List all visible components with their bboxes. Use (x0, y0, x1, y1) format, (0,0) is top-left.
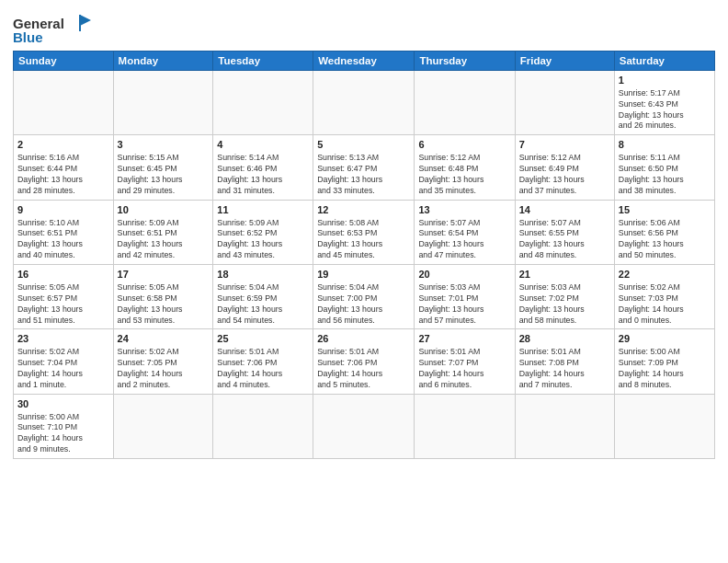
day-number: 27 (418, 332, 510, 346)
day-number: 17 (118, 268, 210, 282)
calendar-cell: 6Sunrise: 5:12 AM Sunset: 6:48 PM Daylig… (415, 135, 515, 200)
calendar-cell: 15Sunrise: 5:06 AM Sunset: 6:56 PM Dayli… (614, 200, 714, 264)
day-info: Sunrise: 5:05 AM Sunset: 6:58 PM Dayligh… (118, 282, 210, 327)
day-info: Sunrise: 5:07 AM Sunset: 6:55 PM Dayligh… (519, 218, 610, 262)
day-number: 14 (519, 203, 610, 217)
day-info: Sunrise: 5:01 AM Sunset: 7:07 PM Dayligh… (418, 347, 510, 391)
day-number: 12 (317, 203, 410, 217)
day-info: Sunrise: 5:04 AM Sunset: 7:00 PM Dayligh… (317, 282, 410, 327)
day-number: 19 (317, 268, 410, 282)
day-number: 22 (619, 268, 711, 282)
calendar-cell: 27Sunrise: 5:01 AM Sunset: 7:07 PM Dayli… (415, 329, 515, 394)
calendar-cell: 3Sunrise: 5:15 AM Sunset: 6:45 PM Daylig… (113, 135, 213, 200)
calendar-cell (515, 394, 614, 458)
calendar-cell (515, 71, 614, 135)
day-info: Sunrise: 5:03 AM Sunset: 7:01 PM Dayligh… (418, 282, 510, 327)
calendar-cell: 2Sunrise: 5:16 AM Sunset: 6:44 PM Daylig… (14, 135, 114, 200)
day-info: Sunrise: 5:04 AM Sunset: 6:59 PM Dayligh… (217, 282, 309, 327)
calendar-cell (313, 71, 415, 135)
calendar-cell (415, 71, 515, 135)
day-number: 20 (418, 268, 510, 282)
day-info: Sunrise: 5:12 AM Sunset: 6:48 PM Dayligh… (418, 153, 510, 197)
calendar-cell: 25Sunrise: 5:01 AM Sunset: 7:06 PM Dayli… (213, 329, 313, 394)
day-info: Sunrise: 5:01 AM Sunset: 7:08 PM Dayligh… (519, 347, 610, 391)
day-number: 8 (619, 138, 711, 152)
calendar-cell: 21Sunrise: 5:03 AM Sunset: 7:02 PM Dayli… (515, 265, 614, 329)
day-info: Sunrise: 5:01 AM Sunset: 7:06 PM Dayligh… (317, 347, 410, 391)
logo: General Blue (13, 13, 93, 45)
calendar-cell: 22Sunrise: 5:02 AM Sunset: 7:03 PM Dayli… (614, 265, 714, 329)
day-number: 2 (17, 138, 109, 152)
day-info: Sunrise: 5:16 AM Sunset: 6:44 PM Dayligh… (17, 153, 109, 197)
day-info: Sunrise: 5:14 AM Sunset: 6:46 PM Dayligh… (217, 153, 309, 197)
calendar-cell (113, 394, 213, 458)
calendar-cell: 12Sunrise: 5:08 AM Sunset: 6:53 PM Dayli… (313, 200, 415, 264)
day-number: 23 (17, 332, 109, 346)
day-info: Sunrise: 5:03 AM Sunset: 7:02 PM Dayligh… (519, 282, 610, 327)
day-number: 18 (217, 268, 309, 282)
weekday-header-saturday: Saturday (614, 52, 714, 71)
day-info: Sunrise: 5:09 AM Sunset: 6:51 PM Dayligh… (118, 218, 210, 262)
calendar-cell (213, 394, 313, 458)
day-number: 6 (418, 138, 510, 152)
day-info: Sunrise: 5:15 AM Sunset: 6:45 PM Dayligh… (118, 153, 210, 197)
day-number: 28 (519, 332, 610, 346)
svg-marker-0 (80, 15, 91, 26)
week-row-1: 2Sunrise: 5:16 AM Sunset: 6:44 PM Daylig… (14, 135, 715, 200)
day-number: 15 (619, 203, 711, 217)
day-info: Sunrise: 5:00 AM Sunset: 7:10 PM Dayligh… (17, 412, 109, 456)
calendar-cell: 16Sunrise: 5:05 AM Sunset: 6:57 PM Dayli… (14, 265, 114, 329)
calendar-cell: 7Sunrise: 5:12 AM Sunset: 6:49 PM Daylig… (515, 135, 614, 200)
logo-icon (67, 13, 93, 33)
calendar-cell: 19Sunrise: 5:04 AM Sunset: 7:00 PM Dayli… (313, 265, 415, 329)
calendar-cell (614, 394, 714, 458)
calendar-cell: 1Sunrise: 5:17 AM Sunset: 6:43 PM Daylig… (614, 71, 714, 135)
weekday-header-sunday: Sunday (14, 52, 114, 71)
header: General Blue (13, 9, 715, 45)
day-number: 29 (619, 332, 711, 346)
day-number: 4 (217, 138, 309, 152)
day-number: 11 (217, 203, 309, 217)
day-info: Sunrise: 5:07 AM Sunset: 6:54 PM Dayligh… (418, 218, 510, 262)
day-number: 25 (217, 332, 309, 346)
calendar-cell: 14Sunrise: 5:07 AM Sunset: 6:55 PM Dayli… (515, 200, 614, 264)
day-info: Sunrise: 5:08 AM Sunset: 6:53 PM Dayligh… (317, 218, 410, 262)
weekday-header-row: SundayMondayTuesdayWednesdayThursdayFrid… (14, 52, 715, 71)
day-number: 13 (418, 203, 510, 217)
day-info: Sunrise: 5:06 AM Sunset: 6:56 PM Dayligh… (619, 218, 711, 262)
calendar-cell: 29Sunrise: 5:00 AM Sunset: 7:09 PM Dayli… (614, 329, 714, 394)
calendar-cell: 24Sunrise: 5:02 AM Sunset: 7:05 PM Dayli… (113, 329, 213, 394)
day-number: 30 (17, 397, 109, 411)
calendar-cell: 13Sunrise: 5:07 AM Sunset: 6:54 PM Dayli… (415, 200, 515, 264)
calendar-cell: 28Sunrise: 5:01 AM Sunset: 7:08 PM Dayli… (515, 329, 614, 394)
calendar-cell (14, 71, 114, 135)
day-info: Sunrise: 5:01 AM Sunset: 7:06 PM Dayligh… (217, 347, 309, 391)
weekday-header-monday: Monday (113, 52, 213, 71)
calendar-cell: 10Sunrise: 5:09 AM Sunset: 6:51 PM Dayli… (113, 200, 213, 264)
day-info: Sunrise: 5:02 AM Sunset: 7:04 PM Dayligh… (17, 347, 109, 391)
week-row-5: 30Sunrise: 5:00 AM Sunset: 7:10 PM Dayli… (14, 394, 715, 458)
calendar-cell: 9Sunrise: 5:10 AM Sunset: 6:51 PM Daylig… (14, 200, 114, 264)
day-info: Sunrise: 5:09 AM Sunset: 6:52 PM Dayligh… (217, 218, 309, 262)
day-info: Sunrise: 5:17 AM Sunset: 6:43 PM Dayligh… (619, 88, 711, 132)
day-info: Sunrise: 5:11 AM Sunset: 6:50 PM Dayligh… (619, 153, 711, 197)
day-info: Sunrise: 5:13 AM Sunset: 6:47 PM Dayligh… (317, 153, 410, 197)
day-info: Sunrise: 5:05 AM Sunset: 6:57 PM Dayligh… (17, 282, 109, 327)
logo-text: General (13, 17, 64, 30)
day-info: Sunrise: 5:12 AM Sunset: 6:49 PM Dayligh… (519, 153, 610, 197)
calendar-cell: 8Sunrise: 5:11 AM Sunset: 6:50 PM Daylig… (614, 135, 714, 200)
calendar: SundayMondayTuesdayWednesdayThursdayFrid… (13, 51, 715, 459)
day-number: 24 (118, 332, 210, 346)
calendar-cell: 18Sunrise: 5:04 AM Sunset: 6:59 PM Dayli… (213, 265, 313, 329)
calendar-cell: 5Sunrise: 5:13 AM Sunset: 6:47 PM Daylig… (313, 135, 415, 200)
calendar-cell: 26Sunrise: 5:01 AM Sunset: 7:06 PM Dayli… (313, 329, 415, 394)
calendar-cell (313, 394, 415, 458)
day-number: 1 (619, 74, 711, 87)
calendar-cell: 23Sunrise: 5:02 AM Sunset: 7:04 PM Dayli… (14, 329, 114, 394)
day-number: 3 (118, 138, 210, 152)
day-number: 26 (317, 332, 410, 346)
day-number: 21 (519, 268, 610, 282)
day-number: 5 (317, 138, 410, 152)
calendar-cell (415, 394, 515, 458)
calendar-cell: 17Sunrise: 5:05 AM Sunset: 6:58 PM Dayli… (113, 265, 213, 329)
